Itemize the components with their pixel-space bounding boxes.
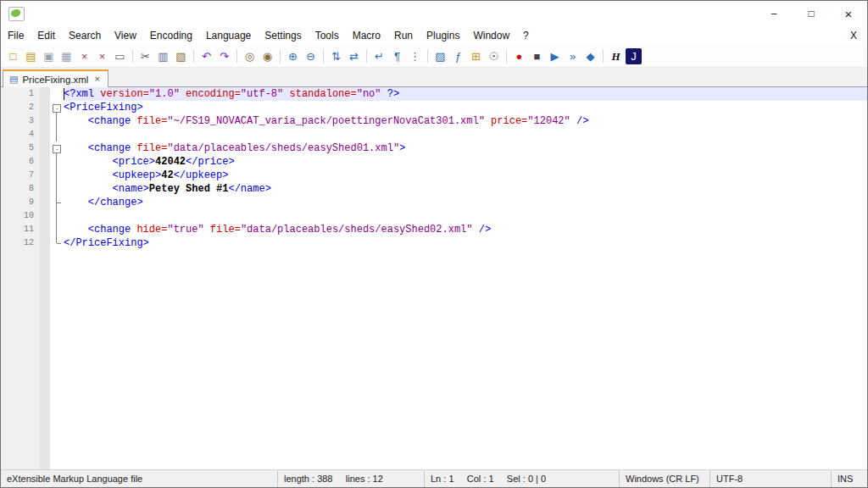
- code-line-4[interactable]: 4: [1, 128, 867, 141]
- code-text[interactable]: <change file="~/FS19_NOVACAT_varia_pack/…: [64, 114, 867, 128]
- tab-file-icon: ▤: [9, 75, 18, 84]
- code-line-10[interactable]: 10: [1, 209, 867, 223]
- plugin-j-icon[interactable]: J: [626, 48, 642, 64]
- bookmark-margin: [40, 155, 50, 169]
- code-text[interactable]: <name>Petey Shed #1</name>: [64, 182, 867, 196]
- toolbar-separator: [280, 49, 281, 63]
- plugin-h-icon[interactable]: H: [608, 48, 624, 64]
- menubar-close-document-button[interactable]: X: [840, 30, 867, 42]
- copy-icon[interactable]: ▥: [155, 48, 171, 64]
- code-line-1[interactable]: 1<?xml version="1.0" encoding="utf-8" st…: [1, 87, 867, 101]
- menu-encoding[interactable]: Encoding: [143, 30, 199, 42]
- code-line-6[interactable]: 6 <price>42042</price>: [1, 155, 867, 169]
- bookmark-margin: [40, 141, 50, 155]
- bookmark-margin: [40, 169, 50, 182]
- code-line-5[interactable]: 5- <change file="data/placeables/sheds/e…: [1, 141, 867, 155]
- redo-icon[interactable]: ↷: [216, 48, 232, 64]
- fold-toggle-icon[interactable]: -: [53, 104, 61, 113]
- status-length-lines: length : 388 lines : 12: [277, 470, 424, 487]
- run-macro-multiple-icon[interactable]: »: [565, 48, 581, 64]
- open-file-icon[interactable]: ▤: [23, 48, 39, 64]
- fold-margin: [50, 128, 64, 141]
- code-text[interactable]: </change>: [64, 196, 867, 209]
- code-line-12[interactable]: 12</PriceFixing>: [1, 236, 867, 250]
- code-text[interactable]: <PriceFixing>: [64, 101, 867, 114]
- minimize-button[interactable]: –: [755, 1, 793, 26]
- folder-as-workspace-icon[interactable]: ⊞: [468, 48, 484, 64]
- line-number: 2: [1, 101, 40, 114]
- code-line-11[interactable]: 11 <change hide="true" file="data/placea…: [1, 223, 867, 236]
- line-number: 9: [1, 196, 40, 209]
- find-icon[interactable]: ◎: [242, 48, 258, 64]
- code-line-8[interactable]: 8 <name>Petey Shed #1</name>: [1, 182, 867, 196]
- tab-pricefixing-xml[interactable]: ▤ PriceFixing.xml ×: [3, 69, 108, 87]
- code-text[interactable]: [64, 209, 867, 223]
- new-file-icon[interactable]: □: [5, 48, 21, 64]
- sync-vertical-scroll-icon[interactable]: ⇅: [328, 48, 344, 64]
- menu-macro[interactable]: Macro: [346, 30, 387, 42]
- sync-horizontal-scroll-icon[interactable]: ⇄: [346, 48, 362, 64]
- menu-run[interactable]: Run: [387, 30, 420, 42]
- status-encoding[interactable]: UTF-8: [709, 470, 831, 487]
- code-text[interactable]: <price>42042</price>: [64, 155, 867, 169]
- menu-plugins[interactable]: Plugins: [420, 30, 466, 42]
- line-number: 4: [1, 128, 40, 141]
- tab-close-icon[interactable]: ×: [92, 75, 101, 84]
- save-macro-icon[interactable]: ◆: [582, 48, 598, 64]
- code-line-3[interactable]: 3 <change file="~/FS19_NOVACAT_varia_pac…: [1, 114, 867, 128]
- show-all-characters-icon[interactable]: ¶: [389, 48, 405, 64]
- paste-icon[interactable]: ▧: [173, 48, 189, 64]
- toolbar-separator: [427, 49, 428, 63]
- print-icon[interactable]: ▭: [112, 48, 128, 64]
- bookmark-margin: [40, 128, 50, 141]
- status-insert-mode[interactable]: INS: [831, 470, 867, 487]
- menu-help[interactable]: ?: [516, 30, 536, 42]
- toolbar-separator: [603, 49, 604, 63]
- close-button[interactable]: ×: [830, 1, 867, 26]
- document-map-icon[interactable]: ▨: [432, 48, 448, 64]
- bookmark-margin: [40, 236, 50, 250]
- menu-language[interactable]: Language: [199, 30, 258, 42]
- close-file-icon[interactable]: ×: [76, 48, 92, 64]
- replace-icon[interactable]: ◉: [259, 48, 275, 64]
- monitoring-icon[interactable]: ☉: [486, 48, 502, 64]
- menu-file[interactable]: File: [1, 30, 31, 42]
- fold-margin: [50, 169, 64, 182]
- maximize-button[interactable]: □: [793, 1, 830, 26]
- menu-view[interactable]: View: [108, 30, 143, 42]
- fold-toggle-icon[interactable]: -: [53, 145, 61, 153]
- show-indent-guide-icon[interactable]: ⋮: [407, 48, 423, 64]
- code-text[interactable]: <upkeep>42</upkeep>: [64, 169, 867, 182]
- status-eol-format[interactable]: Windows (CR LF): [619, 470, 709, 487]
- code-line-9[interactable]: 9 </change>: [1, 196, 867, 209]
- stop-macro-icon[interactable]: ■: [529, 48, 545, 64]
- code-text[interactable]: <?xml version="1.0" encoding="utf-8" sta…: [64, 87, 867, 101]
- menu-edit[interactable]: Edit: [31, 30, 62, 42]
- editor[interactable]: 1<?xml version="1.0" encoding="utf-8" st…: [1, 87, 867, 469]
- save-icon[interactable]: ▣: [41, 48, 57, 64]
- menu-tools[interactable]: Tools: [309, 30, 346, 42]
- line-number: 1: [1, 87, 40, 101]
- code-text[interactable]: <change hide="true" file="data/placeable…: [64, 223, 867, 236]
- menu-search[interactable]: Search: [62, 30, 108, 42]
- undo-icon[interactable]: ↶: [198, 48, 214, 64]
- code-line-2[interactable]: 2-<PriceFixing>: [1, 101, 867, 114]
- code-line-7[interactable]: 7 <upkeep>42</upkeep>: [1, 169, 867, 182]
- line-number: 5: [1, 141, 40, 155]
- word-wrap-icon[interactable]: ↵: [371, 48, 387, 64]
- close-all-icon[interactable]: ×: [94, 48, 110, 64]
- code-text[interactable]: <change file="data/placeables/sheds/easy…: [64, 141, 867, 155]
- code-text[interactable]: </PriceFixing>: [64, 236, 867, 250]
- zoom-out-icon[interactable]: ⊖: [303, 48, 319, 64]
- fold-margin: [50, 182, 64, 196]
- fold-margin: -: [50, 141, 64, 155]
- save-all-icon[interactable]: ▦: [58, 48, 75, 64]
- zoom-in-icon[interactable]: ⊕: [285, 48, 301, 64]
- code-text[interactable]: [64, 128, 867, 141]
- play-macro-icon[interactable]: ▶: [547, 48, 563, 64]
- function-list-icon[interactable]: ƒ: [450, 48, 466, 64]
- menu-settings[interactable]: Settings: [258, 30, 308, 42]
- record-macro-icon[interactable]: ●: [511, 48, 527, 64]
- cut-icon[interactable]: ✂: [137, 48, 153, 64]
- menu-window[interactable]: Window: [466, 30, 516, 42]
